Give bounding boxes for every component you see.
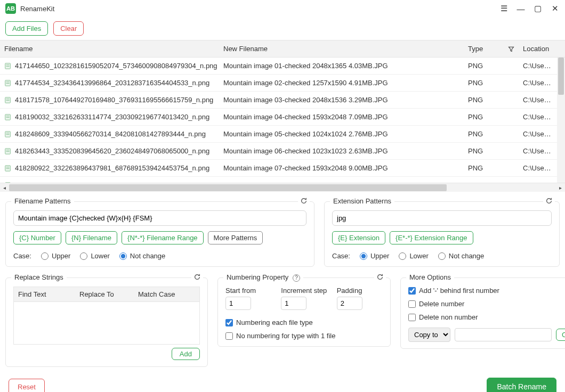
svg-rect-20 <box>6 168 10 169</box>
cell-filename: 418280922_332263896437981_68768915394244… <box>0 160 219 176</box>
replace-strings-legend: Replace Strings <box>11 273 67 281</box>
add-files-button[interactable]: Add Files <box>5 21 48 36</box>
add-dash-checkbox[interactable]: Add '-' behind first number <box>408 287 565 295</box>
file-table: Filename New Filename Type Location 4171… <box>0 40 565 192</box>
destination-path-input[interactable] <box>455 328 552 341</box>
table-row[interactable]: 417744534_323436413996864_20312837163544… <box>0 75 565 92</box>
scroll-right-icon[interactable]: ▸ <box>556 183 565 192</box>
cell-location: C:\Users\m <box>519 160 557 176</box>
filename-case-label: Case: <box>13 252 31 260</box>
col-header-location[interactable]: Location <box>519 40 557 57</box>
replace-table-body[interactable] <box>13 302 200 345</box>
chip-c-number[interactable]: {C} Number <box>13 231 61 244</box>
start-from-input[interactable] <box>225 297 251 310</box>
cell-new-filename: Mountain image 01-checked 2048x1365 4.03… <box>219 58 464 74</box>
minimize-icon[interactable]: — <box>516 4 526 13</box>
svg-rect-19 <box>6 167 10 167</box>
col-header-filename[interactable]: Filename <box>0 40 219 57</box>
cell-filename: 417744534_323436413996864_20312837163544… <box>0 75 219 91</box>
change-path-button[interactable]: Change <box>556 329 565 341</box>
svg-rect-7 <box>6 99 10 99</box>
cell-location: C:\Users\m <box>519 92 557 108</box>
app-title: RenameKit <box>20 5 54 13</box>
table-row[interactable]: 418248609_333940566270314_84208108142789… <box>0 126 565 143</box>
delete-non-number-checkbox[interactable]: Delete non number <box>408 313 565 321</box>
file-icon <box>4 148 12 155</box>
chip-e-range[interactable]: {E*-*} Extension Range <box>390 231 473 244</box>
horizontal-scrollbar[interactable]: ◂ ▸ <box>0 183 565 192</box>
file-icon <box>4 113 12 121</box>
file-icon <box>4 62 12 70</box>
filename-patterns-refresh-icon[interactable] <box>298 197 310 206</box>
file-icon <box>4 130 12 138</box>
numbering-each-type-checkbox[interactable]: Numbering each file type <box>225 318 383 326</box>
cell-filename: 418190032_332162633114774_23030921967740… <box>0 109 219 125</box>
extension-patterns-refresh-icon[interactable] <box>543 197 555 206</box>
cell-type: PNG <box>464 92 504 108</box>
maximize-icon[interactable]: ▢ <box>533 4 543 13</box>
copy-to-select[interactable]: Copy to <box>408 328 450 342</box>
delete-number-checkbox[interactable]: Delete number <box>408 300 565 308</box>
cell-location: C:\Users\m <box>519 126 557 142</box>
start-from-label: Start from <box>225 287 271 295</box>
extension-pattern-input[interactable] <box>332 210 552 226</box>
col-header-new-filename[interactable]: New Filename <box>219 40 464 57</box>
menu-icon[interactable]: ☰ <box>499 4 509 13</box>
filename-case-upper[interactable]: Upper <box>41 252 70 260</box>
scroll-left-icon[interactable]: ◂ <box>0 183 9 192</box>
cell-new-filename: Mountain image 03-checked 2048x1536 3.29… <box>219 92 464 108</box>
top-button-row: Add Files Clear <box>0 17 565 40</box>
extension-case-lower[interactable]: Lower <box>399 252 428 260</box>
close-icon[interactable]: ✕ <box>550 4 560 13</box>
reset-button[interactable]: Reset <box>9 379 45 393</box>
more-patterns-button[interactable]: More Patterns <box>208 231 263 244</box>
replace-add-button[interactable]: Add <box>172 348 200 360</box>
padding-input[interactable] <box>337 297 362 310</box>
cell-filename: 418248609_333940566270314_84208108142789… <box>0 126 219 142</box>
cell-filename: 419389411_327095210297651_85802593675318… <box>0 177 219 183</box>
filename-case-notchange[interactable]: Not change <box>119 252 166 260</box>
replace-strings-refresh-icon[interactable] <box>191 273 203 282</box>
cell-new-filename: Mountain image 06-checked 1023x1023 2.63… <box>219 143 464 159</box>
filename-patterns-legend: Filename Patterns <box>11 197 74 205</box>
cell-type: PNG <box>464 109 504 125</box>
chip-e-extension[interactable]: {E} Extension <box>332 231 385 244</box>
extension-case-notchange[interactable]: Not change <box>438 252 485 260</box>
numbering-legend: Numbering Property ? <box>223 273 303 282</box>
vertical-scrollbar[interactable] <box>557 58 565 183</box>
filename-pattern-input[interactable] <box>13 210 306 226</box>
svg-rect-13 <box>6 133 10 133</box>
cell-type: PNG <box>464 143 504 159</box>
filename-case-lower[interactable]: Lower <box>80 252 109 260</box>
padding-label: Padding <box>337 287 383 295</box>
table-row[interactable]: 418263443_333520839645620_23602484970680… <box>0 143 565 160</box>
chip-n-range[interactable]: {N*-*} Filename Range <box>122 231 204 244</box>
svg-rect-14 <box>6 134 10 135</box>
more-options-legend: More Options <box>406 273 454 281</box>
numbering-refresh-icon[interactable] <box>374 273 386 282</box>
cell-new-filename: Mountain image 05-checked 1024x1024 2.76… <box>219 126 464 142</box>
numbering-help-icon[interactable]: ? <box>293 274 300 282</box>
col-header-type[interactable]: Type <box>464 40 504 57</box>
cell-location: C:\Users\m <box>519 75 557 91</box>
table-row[interactable]: 418190032_332162633114774_23030921967740… <box>0 109 565 126</box>
horizontal-scroll-thumb[interactable] <box>9 184 447 191</box>
chip-n-filename[interactable]: {N} Filename <box>66 231 117 244</box>
table-row[interactable]: 419389411_327095210297651_85802593675318… <box>0 177 565 183</box>
vertical-scroll-thumb[interactable] <box>558 58 564 95</box>
increment-input[interactable] <box>281 297 306 310</box>
no-numbering-single-checkbox[interactable]: No numbering for type with 1 file <box>225 332 383 340</box>
batch-rename-button[interactable]: Batch Rename <box>487 378 556 392</box>
filter-icon[interactable] <box>504 40 519 57</box>
extension-case-upper[interactable]: Upper <box>360 252 389 260</box>
table-row[interactable]: 417144650_10232816159052074_573460090808… <box>0 58 565 75</box>
table-row[interactable]: 418171578_1076449270169480_3769311695566… <box>0 92 565 109</box>
file-icon <box>4 165 12 172</box>
table-row[interactable]: 418280922_332263896437981_68768915394244… <box>0 160 565 177</box>
increment-label: Increment step <box>281 287 327 295</box>
cell-new-filename: Mountain image 07-checked 1593x2048 9.00… <box>219 160 464 176</box>
clear-button[interactable]: Clear <box>53 21 84 36</box>
cell-type: PNG <box>464 177 504 183</box>
cell-type: PNG <box>464 160 504 176</box>
cell-new-filename: Mountain image 02-checked 1257x1590 4.91… <box>219 75 464 91</box>
